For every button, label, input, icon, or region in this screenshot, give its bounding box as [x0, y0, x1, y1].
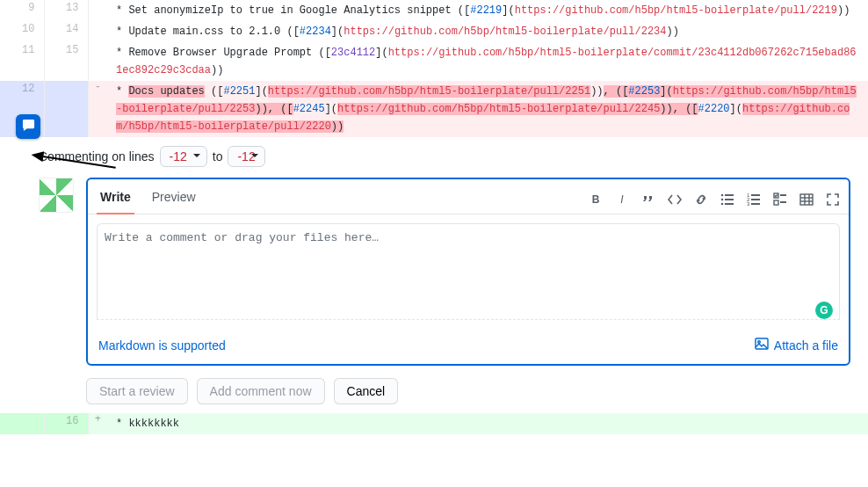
line-num-old[interactable]: 10 — [0, 21, 44, 42]
svg-point-1 — [721, 193, 724, 196]
line-num-new[interactable] — [44, 81, 88, 137]
diff-row: 1115* Remove Browser Upgrade Prompt ([23… — [0, 42, 868, 81]
ol-icon[interactable]: 123 — [747, 193, 761, 207]
svg-rect-10 — [751, 199, 760, 200]
quote-icon[interactable] — [641, 193, 655, 207]
italic-icon[interactable]: I — [615, 193, 629, 207]
tab-write[interactable]: Write — [97, 185, 134, 214]
svg-text:3: 3 — [747, 201, 750, 207]
svg-point-5 — [721, 202, 724, 205]
svg-point-3 — [721, 198, 724, 200]
line-from-select[interactable]: -12 — [160, 146, 207, 167]
line-num-new[interactable]: 15 — [44, 42, 88, 81]
svg-rect-17 — [800, 194, 813, 205]
svg-rect-15 — [774, 200, 778, 205]
diff-marker — [88, 42, 107, 81]
markdown-supported-link[interactable]: Markdown is supported — [98, 338, 226, 353]
line-num-new[interactable]: 14 — [44, 21, 88, 42]
tasklist-icon[interactable] — [773, 193, 787, 207]
diff-marker: + — [88, 413, 107, 434]
svg-rect-14 — [780, 194, 786, 196]
code-cell: * Remove Browser Upgrade Prompt ([23c411… — [107, 42, 868, 81]
code-cell: * kkkkkkkk — [107, 413, 868, 434]
diff-table-after: 16+* kkkkkkkk — [0, 413, 868, 434]
image-icon — [755, 337, 769, 353]
comment-textarea[interactable] — [97, 223, 840, 320]
svg-rect-16 — [780, 201, 786, 203]
diff-marker — [88, 0, 107, 21]
code-icon[interactable] — [668, 193, 682, 207]
add-comment-bubble[interactable] — [16, 114, 40, 139]
link-icon[interactable] — [694, 193, 708, 207]
line-num-old[interactable]: 11 — [0, 42, 44, 81]
attach-file-link[interactable]: Attach a file — [755, 337, 838, 353]
diff-row: 12-* Docs updates ([#2251](https://githu… — [0, 81, 868, 137]
diff-row: 16+* kkkkkkkk — [0, 413, 868, 434]
tab-preview[interactable]: Preview — [148, 185, 199, 214]
commenting-on-lines: Commenting on lines -12 to -12 — [39, 146, 850, 167]
svg-rect-12 — [751, 203, 760, 205]
ul-icon[interactable] — [720, 193, 734, 207]
diff-marker: - — [88, 81, 107, 137]
code-cell: * Docs updates ([#2251](https://github.c… — [107, 81, 868, 137]
line-num-new[interactable]: 16 — [44, 413, 88, 434]
line-num-new[interactable]: 13 — [44, 0, 88, 21]
fullscreen-icon[interactable] — [826, 193, 840, 207]
table-icon[interactable] — [799, 193, 814, 207]
diff-marker — [88, 21, 107, 42]
grammarly-icon[interactable]: G — [815, 302, 833, 319]
add-comment-button[interactable]: Add comment now — [197, 378, 325, 404]
svg-rect-2 — [725, 194, 734, 196]
svg-point-23 — [758, 341, 761, 344]
code-cell: * Set anonymizeIp to true in Google Anal… — [107, 0, 868, 21]
svg-rect-8 — [751, 194, 760, 196]
start-review-button[interactable]: Start a review — [86, 378, 188, 404]
diff-row: 913* Set anonymizeIp to true in Google A… — [0, 0, 868, 21]
comment-box: Write Preview B I — [86, 178, 850, 366]
diff-row: 1014* Update main.css to 2.1.0 ([#2234](… — [0, 21, 868, 42]
line-to-value: -12 — [228, 146, 264, 167]
line-num-old[interactable] — [0, 413, 44, 434]
svg-rect-4 — [725, 199, 734, 200]
comment-icon — [22, 119, 35, 134]
formatting-toolbar: B I 123 — [589, 193, 840, 207]
bold-icon[interactable]: B — [589, 193, 603, 207]
svg-rect-6 — [725, 203, 734, 205]
cancel-button[interactable]: Cancel — [334, 378, 399, 404]
avatar — [39, 178, 74, 213]
line-num-old[interactable]: 9 — [0, 0, 44, 21]
diff-table: 913* Set anonymizeIp to true in Google A… — [0, 0, 868, 137]
code-cell: * Update main.css to 2.1.0 ([#2234](http… — [107, 21, 868, 42]
